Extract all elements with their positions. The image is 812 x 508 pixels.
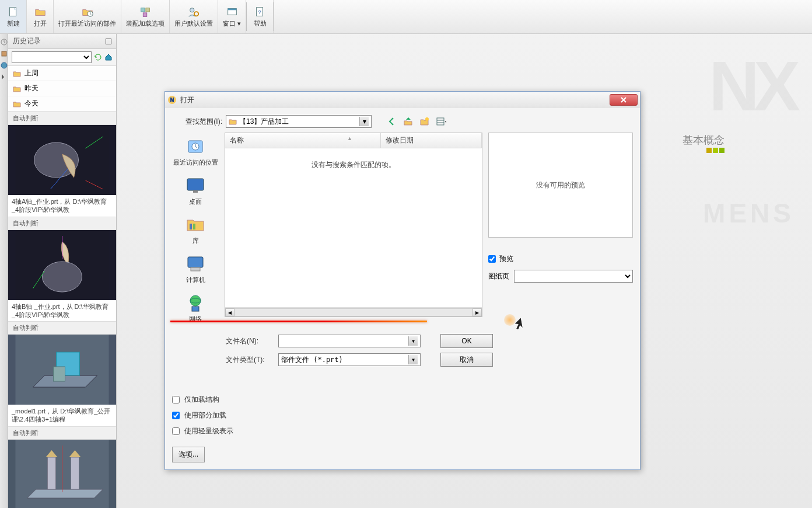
toolbar-window[interactable]: 窗口 ▾ <box>218 0 246 33</box>
filetype-label: 文件类型(T): <box>226 355 272 365</box>
preview-pane: 没有可用的预览 预览 图纸页 <box>488 133 633 327</box>
folder-icon <box>13 70 21 77</box>
svg-point-20 <box>43 262 82 292</box>
help-icon: ? <box>254 6 267 19</box>
toolbar-defaults[interactable]: 用户默认设置 <box>170 0 218 33</box>
lookin-combo[interactable]: 【13】产品加工 ▾ <box>226 115 372 128</box>
places-bar: 最近访问的位置 桌面 库 计算机 网络 <box>172 133 219 327</box>
svg-point-6 <box>194 12 198 16</box>
tab-history-icon[interactable] <box>1 39 8 46</box>
user-defaults-icon <box>187 6 200 19</box>
opt-partial[interactable]: 使用部分加载 <box>172 410 633 420</box>
place-network[interactable]: 网络 <box>185 293 206 323</box>
filetype-combo[interactable]: 部件文件 (*.prt)▾ <box>278 353 421 366</box>
folder-icon <box>13 100 21 107</box>
history-item-caption: 4轴B轴 _作业.prt，从 D:\华飒教育_4阶段VIP课\华飒教 <box>8 300 116 322</box>
history-item-1[interactable]: 自动判断 4轴B轴 _作业.prt，从 D:\华飒教育_4阶段VIP课\华飒教 <box>8 217 116 322</box>
folder-today[interactable]: 今天 <box>8 96 116 112</box>
place-desktop[interactable]: 桌面 <box>185 175 206 206</box>
history-item-3[interactable]: 自动判断 <box>8 426 116 508</box>
desktop-icon <box>185 175 206 196</box>
tab-roles-icon[interactable] <box>1 50 8 57</box>
lookin-value: 【13】产品加工 <box>239 117 289 127</box>
opt-label: 使用轻量级表示 <box>184 426 233 436</box>
toolbar-asm-opts[interactable]: 装配加载选项 <box>121 0 170 33</box>
history-item-caption: _model1.prt，从 D:\华飒教育_公开课\2.4四轴3+1编程 <box>8 405 116 426</box>
opt-partial-checkbox[interactable] <box>172 412 180 419</box>
dropdown-icon: ▾ <box>408 355 418 364</box>
place-computer[interactable]: 计算机 <box>185 253 206 284</box>
folder-icon <box>13 85 21 92</box>
filename-combo[interactable]: ▾ <box>278 335 421 347</box>
options-button[interactable]: 选项... <box>172 447 205 462</box>
opt-lightweight-checkbox[interactable] <box>172 427 180 435</box>
folder-last-week[interactable]: 上周 <box>8 66 116 81</box>
cancel-button[interactable]: 取消 <box>440 353 493 367</box>
refresh-icon[interactable] <box>94 53 102 61</box>
svg-rect-12 <box>2 51 6 56</box>
opt-load-struct[interactable]: 仅加载结构 <box>172 395 633 405</box>
svg-rect-27 <box>48 457 56 489</box>
tab-arrow-icon[interactable] <box>1 74 8 81</box>
preview-checkbox[interactable] <box>488 255 496 263</box>
place-label: 计算机 <box>186 276 205 284</box>
dialog-close-button[interactable] <box>610 94 638 106</box>
toolbar-recent[interactable]: 打开最近访问的部件 <box>54 0 121 33</box>
window-icon <box>226 6 239 19</box>
opt-lightweight[interactable]: 使用轻量级表示 <box>172 426 633 436</box>
opt-load-struct-checkbox[interactable] <box>172 396 180 403</box>
svg-rect-46 <box>192 307 199 311</box>
history-item-2[interactable]: 自动判断 _model1.prt，从 D:\华飒教育_公开课\2.4四轴3+1编… <box>8 321 116 426</box>
home-icon[interactable] <box>104 53 113 61</box>
dropdown-icon: ▾ <box>359 117 369 126</box>
panel-pin-icon[interactable] <box>106 39 111 44</box>
nav-back-icon[interactable] <box>387 116 397 127</box>
toolbar-new[interactable]: 新建 <box>0 0 27 33</box>
ok-button[interactable]: OK <box>440 334 493 348</box>
toolbar-open[interactable]: 打开 <box>27 0 54 33</box>
svg-rect-4 <box>143 13 146 16</box>
history-search-row <box>8 49 116 66</box>
dialog-title-text: 打开 <box>180 95 610 105</box>
drawingsheet-combo[interactable] <box>514 270 633 283</box>
nav-view-icon[interactable]: ▾ <box>436 116 446 127</box>
folder-yesterday[interactable]: 昨天 <box>8 81 116 96</box>
col-name[interactable]: 名称 ▲ <box>225 133 381 148</box>
file-list[interactable]: 名称 ▲ 修改日期 没有与搜索条件匹配的项。 ◂▸ <box>225 133 482 317</box>
svg-text:?: ? <box>258 9 261 15</box>
recent-places-icon <box>185 136 206 157</box>
history-item-caption: 4轴A轴_作业.prt，从 D:\华飒教育_4阶段VIP课\华飒教 <box>8 195 116 217</box>
svg-rect-8 <box>228 8 236 10</box>
options-section: 仅加载结构 使用部分加载 使用轻量级表示 选项... <box>172 395 633 462</box>
toolbar-recent-label: 打开最近访问的部件 <box>58 20 116 27</box>
toolbar-asm-label: 装配加载选项 <box>126 20 164 27</box>
new-file-icon <box>7 6 20 19</box>
history-item-mode: 自动判断 <box>8 217 116 230</box>
preview-checkbox-row[interactable]: 预览 <box>488 254 633 264</box>
history-thumbnail <box>8 440 116 508</box>
tab-web-icon[interactable] <box>1 62 8 69</box>
history-item-mode: 自动判断 <box>8 426 116 440</box>
folder-label: 昨天 <box>24 83 38 93</box>
svg-rect-39 <box>193 190 198 193</box>
lookin-label: 查找范围(I): <box>172 117 222 127</box>
nav-newfolder-icon[interactable] <box>419 116 430 127</box>
place-recent[interactable]: 最近访问的位置 <box>173 136 218 167</box>
filename-row: 文件名(N): ▾ OK <box>226 334 633 348</box>
computer-icon <box>185 253 206 274</box>
svg-rect-32 <box>437 118 444 125</box>
nav-up-icon[interactable] <box>403 116 414 127</box>
library-icon <box>185 214 206 235</box>
siemens-watermark: MENS <box>703 197 794 229</box>
history-search-combo[interactable] <box>12 51 92 63</box>
file-list-scrollbar[interactable]: ◂▸ <box>225 307 482 316</box>
col-date[interactable]: 修改日期 <box>381 133 482 148</box>
assembly-icon <box>139 6 152 19</box>
drawingsheet-row: 图纸页 <box>488 270 633 283</box>
place-library[interactable]: 库 <box>185 214 206 245</box>
history-item-0[interactable]: 自动判断 4轴A轴_作业.prt，从 D:\华飒教育_4阶段VIP课\华飒教 <box>8 112 116 217</box>
toolbar-help[interactable]: ? 帮助 <box>247 0 274 33</box>
history-panel: 历史记录 上周 昨天 今天 自动判断 4轴A轴_作业.prt，从 D:\华飒教育… <box>8 34 117 508</box>
opt-label: 仅加载结构 <box>184 395 219 405</box>
file-list-empty: 没有与搜索条件匹配的项。 <box>225 148 482 307</box>
